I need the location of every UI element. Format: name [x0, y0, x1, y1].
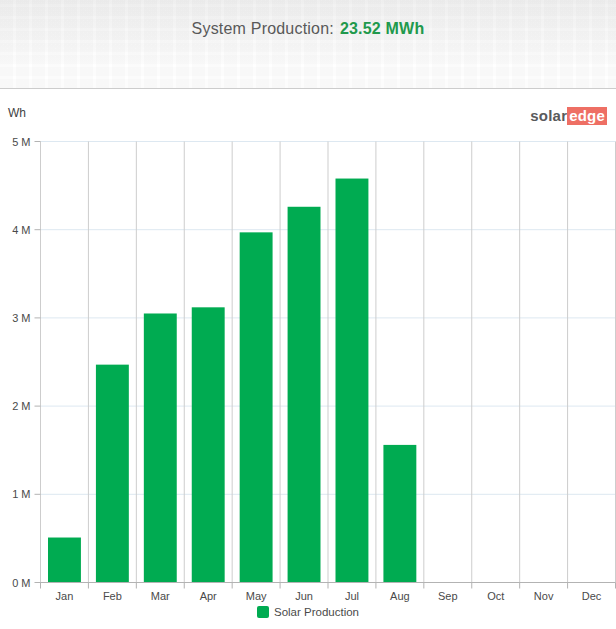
x-tick-label-Nov: Nov — [534, 590, 554, 602]
header-band: System Production:23.52 MWh — [0, 0, 616, 88]
title-label: System Production: — [192, 20, 334, 37]
bar-Apr[interactable] — [192, 307, 225, 582]
chart-legend[interactable]: Solar Production — [0, 606, 616, 618]
bar-May[interactable] — [240, 232, 273, 582]
x-tick-label-Jun: Jun — [295, 590, 313, 602]
x-tick-label-Jan: Jan — [56, 590, 74, 602]
x-tick-label-Apr: Apr — [200, 590, 217, 602]
bar-Aug[interactable] — [383, 445, 416, 583]
system-production-widget: System Production:23.52 MWh Wh solaredge… — [0, 0, 616, 629]
bar-Jun[interactable] — [288, 207, 321, 583]
logo-solar-text: solar — [530, 107, 567, 124]
bar-Mar[interactable] — [144, 313, 177, 582]
y-tick-label: 3 M — [12, 312, 30, 324]
bar-Feb[interactable] — [96, 365, 129, 583]
x-tick-label-Oct: Oct — [487, 590, 504, 602]
y-tick-label: 2 M — [12, 400, 30, 412]
x-tick-label-Aug: Aug — [390, 590, 410, 602]
y-tick-label: 4 M — [12, 224, 30, 236]
x-tick-label-Feb: Feb — [103, 590, 122, 602]
y-tick-label: 5 M — [12, 136, 30, 148]
solaredge-logo: solaredge — [530, 107, 607, 124]
legend-label: Solar Production — [274, 606, 359, 618]
y-tick-label: 1 M — [12, 488, 30, 500]
x-tick-label-Sep: Sep — [438, 590, 458, 602]
title-value: 23.52 MWh — [340, 20, 425, 37]
logo-edge-text: edge — [567, 107, 607, 125]
y-axis-unit-label: Wh — [8, 106, 26, 120]
legend-swatch — [257, 606, 269, 618]
page-title: System Production:23.52 MWh — [0, 20, 616, 38]
x-tick-label-Mar: Mar — [151, 590, 170, 602]
x-tick-label-Dec: Dec — [582, 590, 602, 602]
x-tick-label-May: May — [246, 590, 267, 602]
y-tick-label: 0 M — [12, 577, 30, 589]
bar-Jan[interactable] — [48, 538, 81, 583]
x-tick-label-Jul: Jul — [345, 590, 359, 602]
header-divider — [0, 88, 616, 89]
production-bar-chart: 0 M1 M2 M3 M4 M5 MJanFebMarAprMayJunJulA… — [0, 130, 616, 605]
bar-Jul[interactable] — [336, 179, 369, 583]
